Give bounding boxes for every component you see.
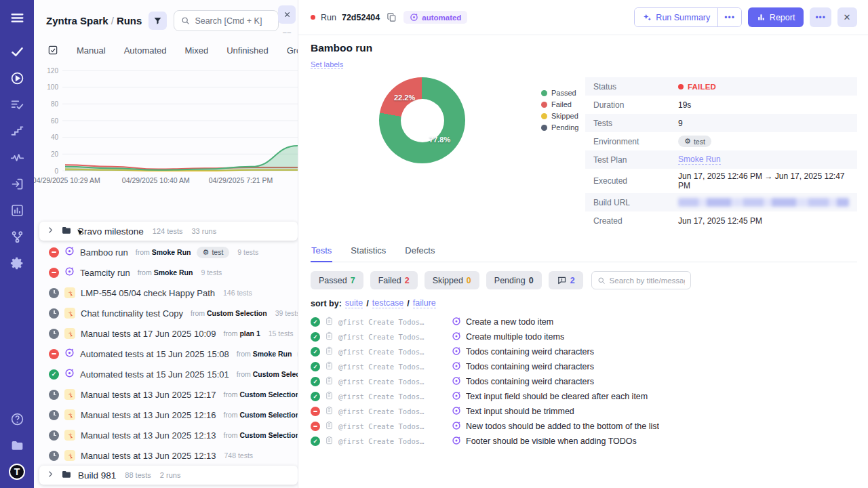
menu-button[interactable] (9, 9, 25, 26)
test-row[interactable]: @first Create Todos…Text input field sho… (311, 389, 857, 404)
play-circle-icon (10, 71, 24, 85)
robot-icon (452, 331, 461, 341)
sort-by-failure[interactable]: failure (413, 298, 436, 308)
run-status-finished-icon (49, 451, 59, 461)
sort-by-suite[interactable]: suite (345, 298, 363, 308)
test-row[interactable]: @first Create Todos…Text input should be… (311, 404, 857, 419)
filter-pill-skipped[interactable]: Skipped0 (425, 271, 479, 289)
sidebar-help-button[interactable] (9, 411, 25, 427)
manual-run-icon (64, 450, 75, 461)
filter-pill-passed[interactable]: Passed7 (311, 271, 363, 289)
runs-search-input[interactable] (195, 16, 271, 26)
copy-run-id-button[interactable] (385, 11, 398, 24)
clipboard-icon (325, 376, 334, 385)
test-row[interactable]: @first Create Todos…Todos containing wei… (311, 359, 857, 374)
sidebar-steps-button[interactable] (9, 123, 25, 139)
run-row[interactable]: Manual tests at 13 Jun 2025 12:13from Cu… (34, 425, 298, 445)
runs-group-row[interactable]: Bravo milestone124 tests33 runs (39, 222, 298, 241)
report-button[interactable]: Report (748, 7, 804, 27)
select-all-icon[interactable] (47, 45, 58, 56)
breadcrumb-page: Runs (117, 15, 142, 26)
more-actions-button[interactable]: ••• (810, 7, 831, 27)
panel-close-button[interactable] (278, 5, 296, 24)
clipboard-icon (325, 421, 334, 430)
run-status-failed-icon (49, 349, 59, 359)
filter-pill-failed[interactable]: Failed2 (370, 271, 418, 289)
chevron-right-icon (46, 226, 55, 235)
tab-defects[interactable]: Defects (404, 241, 435, 262)
svg-text:04/29/2025 7:21 PM: 04/29/2025 7:21 PM (209, 176, 273, 184)
sidebar-gear-button[interactable] (9, 255, 25, 271)
tab-tests[interactable]: Tests (311, 241, 332, 262)
build-url-redacted[interactable] (678, 198, 849, 207)
donut-passed-label: 77.8% (429, 136, 450, 144)
app-window: T Zyntra Spark/Runs –– ManualAutomatedMi… (0, 0, 868, 488)
test-status-passed-icon (311, 436, 320, 446)
panel-resize-handle-icon[interactable]: –– (283, 28, 292, 36)
manual-spark-icon (66, 330, 74, 338)
sidebar-branch-button[interactable] (9, 228, 25, 245)
runs-group-row[interactable]: Build 98188 tests2 runs (39, 466, 298, 485)
runs-tab-groups[interactable]: Groups (287, 45, 298, 56)
sidebar-folder-button[interactable] (9, 437, 25, 453)
test-row[interactable]: @first Create Todos…Create a new todo it… (311, 314, 857, 329)
run-row[interactable]: Manual tests at 13 Jun 2025 12:16from Cu… (34, 405, 298, 425)
close-detail-button[interactable]: ✕ (837, 7, 857, 27)
test-row[interactable]: @first Create Todos…Footer should be vis… (311, 434, 857, 449)
automated-badge[interactable]: automated (403, 11, 467, 24)
robot-icon (452, 421, 461, 430)
sort-by-testcase[interactable]: testcase (372, 298, 404, 308)
run-summary-button[interactable]: Run Summary (635, 8, 717, 26)
sidebar-play-circle-button[interactable] (9, 70, 25, 86)
set-labels-link[interactable]: Set labels (311, 60, 343, 69)
filter-pill-pending[interactable]: Pending0 (486, 271, 542, 289)
test-row[interactable]: @first Create Todos…Todos containing wei… (311, 374, 857, 389)
gear-icon: ⚙ (684, 137, 691, 146)
sidebar-bar-chart-button[interactable] (9, 202, 25, 218)
run-row[interactable]: Manual tests at 17 Jun 2025 10:09from pl… (34, 323, 298, 344)
run-row[interactable]: Automated tests at 15 Jun 2025 15:08from… (34, 344, 298, 364)
run-detail-body: Bamboo run Set labels 22.2% 77.8% Passed… (298, 35, 868, 488)
runs-tab-manual[interactable]: Manual (77, 45, 106, 56)
run-row[interactable]: Automated tests at 15 Jun 2025 15:01from… (34, 364, 298, 384)
runs-tab-automated[interactable]: Automated (124, 45, 167, 56)
sidebar-check-button[interactable] (9, 43, 25, 60)
svg-text:60: 60 (51, 117, 59, 125)
robot-icon (452, 436, 461, 445)
tab-statistics[interactable]: Statistics (350, 241, 387, 262)
runs-tab-unfinished[interactable]: Unfinished (226, 45, 268, 56)
run-overview: 22.2% 77.8% PassedFailedSkippedPending S… (311, 77, 857, 230)
test-row[interactable]: @first Create Todos…New todos should be … (311, 419, 857, 434)
tests-search-input[interactable] (610, 277, 685, 285)
run-status-failed-icon (49, 268, 59, 278)
sidebar-activity-button[interactable] (9, 149, 25, 165)
sidebar-sign-in-button[interactable] (9, 176, 25, 192)
filter-pill-comments[interactable]: 2 (549, 271, 583, 289)
test-plan-link[interactable]: Smoke Run (678, 155, 721, 165)
run-summary-more-button[interactable]: ••• (717, 8, 741, 26)
run-row[interactable]: Bamboo runfrom Smoke Run⚙test9 tests (34, 242, 298, 262)
run-status-finished-icon (49, 329, 59, 339)
run-row[interactable]: Manual tests at 13 Jun 2025 12:17from Cu… (34, 384, 298, 405)
robot-icon (452, 391, 461, 401)
app-logo[interactable]: T (9, 464, 25, 480)
sort-separator: / (366, 299, 368, 308)
svg-text:0: 0 (54, 167, 58, 175)
tests-search[interactable] (591, 271, 691, 289)
folder-icon (61, 469, 72, 480)
run-row[interactable]: LMP-554 05/04 check Happy Path146 tests (34, 283, 298, 303)
runs-search[interactable] (174, 10, 279, 31)
sidebar-list-check-button[interactable] (9, 96, 25, 113)
filter-button[interactable] (149, 12, 167, 30)
run-row[interactable]: Teamcity runfrom Smoke Run9 tests (34, 262, 298, 283)
test-row[interactable]: @first Create Todos…Todos containing wei… (311, 344, 857, 359)
robot-icon (452, 346, 461, 356)
svg-text:04/29/2025 10:29 AM: 04/29/2025 10:29 AM (34, 176, 100, 184)
run-row[interactable]: Chat functinality test Copyfrom Custom S… (34, 303, 298, 323)
runs-tab-mixed[interactable]: Mixed (185, 45, 209, 56)
tests-list: @first Create Todos…Create a new todo it… (311, 314, 857, 449)
test-status-failed-icon (311, 422, 320, 431)
run-row[interactable]: Manual tests at 13 Jun 2025 12:13748 tes… (34, 445, 298, 466)
test-row[interactable]: @first Create Todos…Create multiple todo… (311, 329, 857, 344)
svg-text:40: 40 (51, 134, 59, 141)
